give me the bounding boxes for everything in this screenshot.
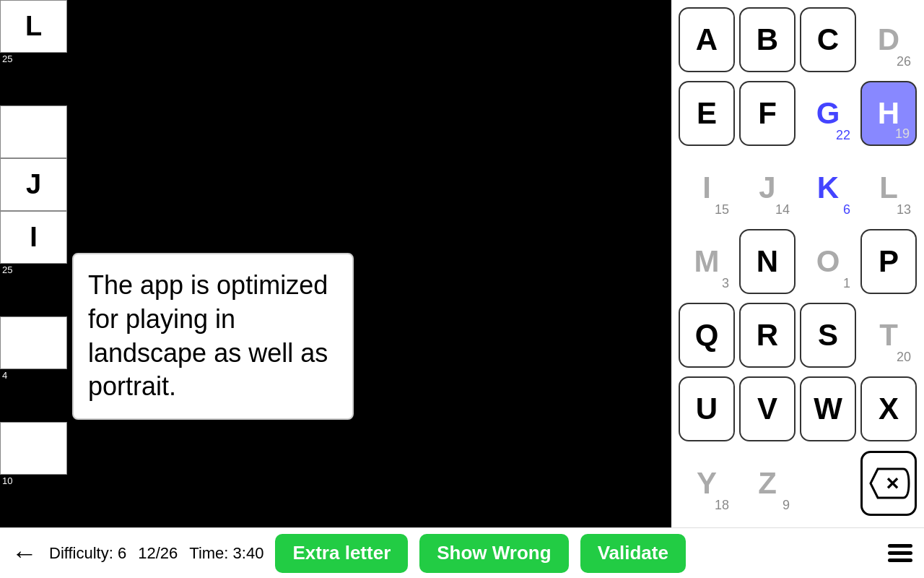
validate-button[interactable]: Validate [580, 534, 686, 573]
extra-letter-button[interactable]: Extra letter [275, 534, 408, 573]
game-area: L 25 J I 25 4 10 2 12 2K 21 17 [0, 0, 924, 527]
tooltip-text: The app is optimized for playing in land… [88, 270, 328, 401]
cell-0-4[interactable]: I [0, 211, 67, 264]
keyboard-panel: A B C D26 E F G22 H19 I15 J14 K6 L13 M3 … [671, 0, 924, 527]
difficulty-value: 6 [118, 544, 126, 562]
key-S[interactable]: S [800, 303, 856, 368]
cell-0-6[interactable] [0, 316, 67, 369]
cell-0-7: 4 [0, 369, 67, 422]
cell-0-1: 25 [0, 53, 67, 105]
key-X[interactable]: X [860, 376, 917, 441]
key-B[interactable]: B [739, 7, 796, 72]
key-C[interactable]: C [800, 7, 856, 72]
crossword-container: L 25 J I 25 4 10 2 12 2K 21 17 [0, 0, 671, 527]
delete-button[interactable]: ✕ [860, 451, 917, 516]
key-V[interactable]: V [739, 376, 796, 441]
cell-0-2[interactable] [0, 105, 67, 158]
cell-0-5: 25 [0, 264, 67, 316]
cell-0-9: 10 [0, 475, 67, 527]
key-R[interactable]: R [739, 303, 796, 368]
tooltip: The app is optimized for playing in land… [72, 253, 354, 420]
key-J[interactable]: J14 [739, 155, 796, 220]
key-M[interactable]: M3 [679, 229, 735, 294]
difficulty-text: Difficulty: [49, 544, 113, 562]
key-N[interactable]: N [739, 229, 796, 294]
cell-0-3[interactable]: J [0, 158, 67, 211]
key-U[interactable]: U [679, 376, 735, 441]
key-Q[interactable]: Q [679, 303, 735, 368]
key-Y[interactable]: Y18 [679, 451, 735, 516]
time-display: Time: 3:40 [189, 544, 263, 563]
difficulty-label: Difficulty: 6 [49, 544, 126, 563]
progress-indicator: 12/26 [138, 544, 178, 563]
key-T[interactable]: T20 [860, 303, 917, 368]
menu-button[interactable] [888, 544, 912, 562]
key-E[interactable]: E [679, 81, 735, 146]
key-D[interactable]: D26 [860, 7, 917, 72]
show-wrong-button[interactable]: Show Wrong [419, 534, 568, 573]
key-L[interactable]: L13 [860, 155, 917, 220]
key-A[interactable]: A [679, 7, 735, 72]
key-Z[interactable]: Z9 [739, 451, 796, 516]
key-P[interactable]: P [860, 229, 917, 294]
key-W[interactable]: W [800, 376, 856, 441]
cell-0-8[interactable] [0, 422, 67, 475]
bottom-toolbar: ← Difficulty: 6 12/26 Time: 3:40 Extra l… [0, 527, 924, 578]
key-G[interactable]: G22 [800, 81, 856, 146]
cell-0-0[interactable]: L [0, 0, 67, 53]
key-F[interactable]: F [739, 81, 796, 146]
svg-text:✕: ✕ [885, 474, 899, 493]
key-I[interactable]: I15 [679, 155, 735, 220]
back-button[interactable]: ← [12, 538, 38, 569]
key-H[interactable]: H19 [860, 81, 917, 146]
key-O[interactable]: O1 [800, 229, 856, 294]
key-K[interactable]: K6 [800, 155, 856, 220]
